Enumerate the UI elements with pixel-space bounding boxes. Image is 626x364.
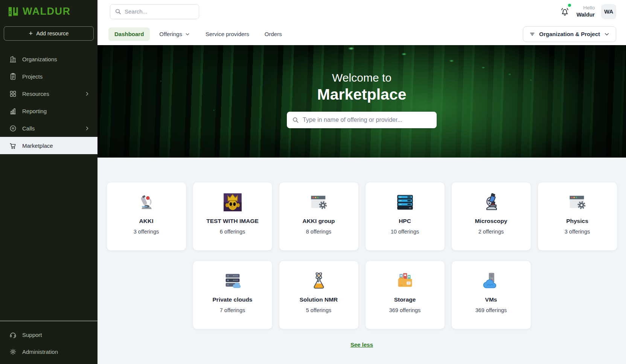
- topbar: Hello Waldur WA: [97, 0, 626, 23]
- folder-files-icon: [395, 271, 415, 291]
- see-less-link[interactable]: See less: [350, 341, 373, 348]
- cart-icon: [9, 142, 17, 150]
- category-offerings-count: 2 offerings: [478, 229, 504, 235]
- hero-title-line2: Marketplace: [97, 86, 626, 103]
- categories-section: AKKI 3 offerings TEST WITH IMAGE 6 offer…: [97, 158, 626, 364]
- categories-row-2: Private clouds 7 offerings Solution NMR …: [97, 261, 626, 329]
- sidebar-item-label: Resources: [22, 91, 49, 97]
- category-offerings-count: 8 offerings: [306, 229, 331, 235]
- sidebar-item-label: Administration: [22, 349, 58, 355]
- sidebar-item-label: Support: [22, 332, 42, 338]
- cloud-server-icon: [481, 271, 501, 291]
- sidebar-item-calls[interactable]: Calls: [0, 120, 97, 137]
- category-offerings-count: 3 offerings: [134, 229, 159, 235]
- category-offerings-count: 6 offerings: [220, 229, 245, 235]
- sidebar-item-label: Marketplace: [22, 143, 53, 149]
- hero-title-line1: Welcome to: [97, 71, 626, 84]
- gear-icon: [9, 348, 17, 356]
- sidebar-item-projects[interactable]: Projects: [0, 68, 97, 85]
- flask-atom-icon: [309, 271, 329, 291]
- category-name: VMs: [485, 296, 497, 303]
- category-name: HPC: [399, 218, 411, 224]
- add-resource-button[interactable]: + Add resource: [4, 26, 94, 41]
- category-card-solution-nmr[interactable]: Solution NMR 5 offerings: [279, 261, 358, 329]
- bar-chart-icon: [9, 107, 17, 115]
- marketplace-hero: Welcome to Marketplace: [97, 45, 626, 158]
- category-offerings-count: 10 offerings: [391, 229, 419, 235]
- category-card-hpc[interactable]: HPC 10 offerings: [366, 182, 445, 250]
- microscope-emoji-icon: [137, 193, 156, 212]
- tab-service-providers[interactable]: Service providers: [200, 27, 255, 41]
- nav-tabs-row: Dashboard Offerings Service providers Or…: [97, 23, 626, 45]
- category-offerings-count: 7 offerings: [220, 307, 245, 313]
- server-cloud-icon: [223, 271, 242, 291]
- chevron-right-icon: [84, 91, 90, 97]
- category-card-vms[interactable]: VMs 369 offerings: [452, 261, 531, 329]
- category-name: AKKI: [139, 218, 154, 224]
- category-card-microscopy[interactable]: Microscopy 2 offerings: [452, 182, 531, 250]
- sidebar-item-label: Reporting: [22, 108, 47, 114]
- tab-label: Offerings: [159, 31, 182, 37]
- plus-icon: +: [29, 30, 33, 37]
- app-window-gear-icon: [309, 193, 329, 212]
- sidebar-item-marketplace[interactable]: Marketplace: [0, 137, 97, 154]
- offering-search: [287, 112, 437, 128]
- category-offerings-count: 369 offerings: [475, 307, 507, 313]
- offering-search-input[interactable]: [303, 117, 431, 123]
- brand-logo[interactable]: WALDUR: [0, 0, 97, 22]
- sidebar-item-label: Calls: [22, 125, 35, 132]
- category-name: Physics: [566, 218, 588, 224]
- topbar-right: Hello Waldur WA: [560, 4, 616, 19]
- tab-label: Service providers: [206, 31, 249, 37]
- tab-orders[interactable]: Orders: [259, 27, 288, 41]
- category-name: TEST WITH IMAGE: [206, 218, 259, 224]
- tab-label: Dashboard: [114, 31, 144, 37]
- switcher-label: Organization & Project: [539, 31, 600, 37]
- tab-dashboard[interactable]: Dashboard: [108, 27, 150, 41]
- category-offerings-count: 5 offerings: [306, 307, 331, 313]
- sidebar-item-reporting[interactable]: Reporting: [0, 102, 97, 120]
- server-stack-icon: [395, 193, 415, 212]
- category-card-private-clouds[interactable]: Private clouds 7 offerings: [193, 261, 272, 329]
- bell-icon: [560, 6, 570, 17]
- greeting-hello: Hello: [576, 5, 595, 11]
- app-window-gear-icon: [568, 193, 587, 212]
- greeting-username: Waldur: [576, 11, 595, 18]
- category-card-physics[interactable]: Physics 3 offerings: [538, 182, 617, 250]
- category-card-test-with-image[interactable]: TEST WITH IMAGE 6 offerings: [193, 182, 272, 250]
- sidebar-item-organizations[interactable]: Organizations: [0, 50, 97, 68]
- notification-dot: [568, 4, 571, 7]
- hero-title: Welcome to Marketplace: [97, 71, 626, 103]
- sidebar-item-administration[interactable]: Administration: [0, 343, 97, 360]
- category-card-storage[interactable]: Storage 369 offerings: [366, 261, 445, 329]
- main-area: Hello Waldur WA Dashboard Offerings Serv…: [97, 0, 626, 364]
- headset-icon: [9, 331, 17, 339]
- avatar[interactable]: WA: [601, 4, 616, 19]
- category-offerings-count: 3 offerings: [565, 229, 590, 235]
- global-search: [110, 4, 199, 19]
- category-name: Storage: [394, 296, 416, 303]
- sidebar-item-label: Projects: [22, 73, 43, 80]
- chevron-right-icon: [84, 126, 90, 131]
- app-root: WALDUR + Add resource Organizations Proj…: [0, 0, 626, 364]
- tab-offerings[interactable]: Offerings: [153, 27, 196, 41]
- building-icon: [9, 55, 17, 63]
- organization-project-switcher[interactable]: Organization & Project: [523, 26, 616, 42]
- sidebar-item-resources[interactable]: Resources: [0, 85, 97, 102]
- notifications-button[interactable]: [560, 6, 570, 17]
- sidebar: WALDUR + Add resource Organizations Proj…: [0, 0, 97, 364]
- sidebar-divider: [0, 321, 97, 321]
- global-search-input[interactable]: [125, 8, 194, 15]
- category-card-akki-group[interactable]: AKKI group 8 offerings: [279, 182, 358, 250]
- category-offerings-count: 369 offerings: [389, 307, 421, 313]
- category-card-akki[interactable]: AKKI 3 offerings: [107, 182, 186, 250]
- grid-icon: [9, 90, 17, 98]
- custom-image-icon: [223, 193, 242, 212]
- search-icon: [292, 117, 299, 123]
- search-icon: [115, 8, 121, 15]
- sidebar-footer: Support Administration: [0, 321, 97, 364]
- waldur-logo-icon: [8, 6, 19, 17]
- sidebar-item-support[interactable]: Support: [0, 326, 97, 343]
- user-greeting: Hello Waldur: [576, 5, 595, 18]
- categories-row-1: AKKI 3 offerings TEST WITH IMAGE 6 offer…: [97, 182, 626, 250]
